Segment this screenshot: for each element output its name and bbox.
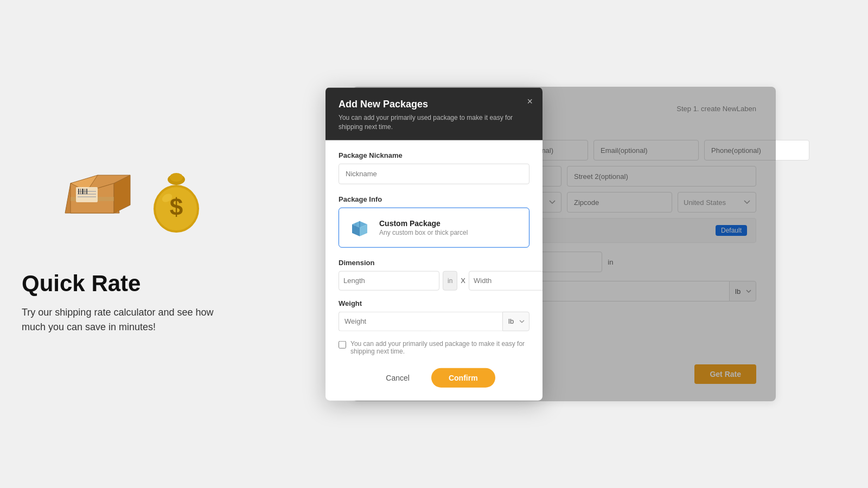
box-illustration	[60, 153, 146, 229]
package-info-label: Package Info	[339, 195, 529, 203]
modal-subtitle: You can add your primarily used package …	[339, 113, 529, 132]
confirm-button[interactable]: Confirm	[431, 368, 495, 387]
modal-length-unit: in	[443, 271, 457, 290]
add-packages-modal: Add New Packages You can add your primar…	[326, 88, 542, 401]
right-panel: ‹ Previous Page Step 1. create NewLaben …	[260, 0, 868, 488]
modal-weight-row: lb oz kg	[339, 311, 529, 331]
dimension-label: Dimension	[339, 258, 529, 266]
svg-point-16	[170, 173, 183, 182]
modal-close-button[interactable]: ×	[527, 97, 533, 106]
package-desc: Any custom box or thick parcel	[379, 228, 468, 236]
svg-rect-13	[85, 189, 85, 194]
left-panel: $ Quick Rate Try our shipping rate calcu…	[0, 0, 260, 488]
save-hint-text: You can add your primarily used package …	[350, 339, 529, 355]
svg-rect-11	[80, 189, 81, 194]
modal-body: Package Nickname Package Info Custom Pac…	[326, 140, 542, 400]
hero-image: $	[54, 153, 206, 262]
modal-width-input[interactable]	[469, 271, 542, 290]
custom-package-option[interactable]: Custom Package Any custom box or thick p…	[339, 207, 529, 247]
svg-rect-14	[86, 189, 87, 194]
modal-dimension-row: in X in X in	[339, 271, 529, 290]
modal-title: Add New Packages	[339, 99, 529, 110]
weight-section-label: Weight	[339, 299, 529, 307]
modal-length-input[interactable]	[339, 271, 439, 290]
modal-x1-label: X	[461, 277, 465, 285]
modal-weight-input[interactable]	[339, 311, 502, 331]
package-info-text: Custom Package Any custom box or thick p…	[379, 219, 468, 236]
app-title: Quick Rate	[22, 271, 239, 297]
custom-package-icon	[348, 215, 372, 239]
modal-footer: Cancel Confirm	[339, 365, 529, 387]
nickname-input[interactable]	[339, 163, 529, 184]
nickname-label: Package Nickname	[339, 151, 529, 159]
save-hint-checkbox[interactable]	[339, 341, 346, 348]
app-subtitle: Try our shipping rate calculator and see…	[22, 305, 239, 335]
money-bag-illustration: $	[146, 164, 206, 235]
cancel-button[interactable]: Cancel	[373, 368, 423, 387]
save-hint: You can add your primarily used package …	[339, 339, 529, 355]
modal-weight-unit-select[interactable]: lb oz kg	[502, 311, 529, 331]
svg-rect-12	[82, 189, 84, 194]
modal-header: Add New Packages You can add your primar…	[326, 88, 542, 140]
svg-rect-10	[78, 189, 79, 194]
package-name: Custom Package	[379, 219, 468, 227]
